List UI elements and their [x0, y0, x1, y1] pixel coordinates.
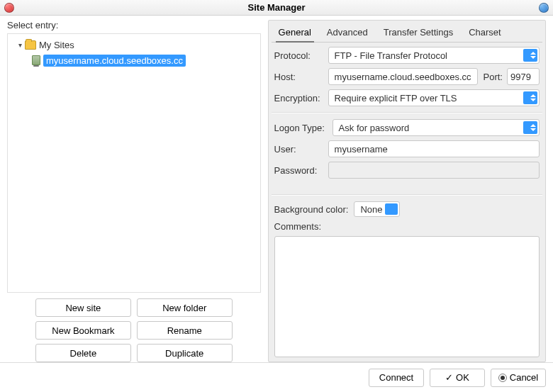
logon-type-label: Logon Type: — [274, 123, 333, 133]
tab-general[interactable]: General — [276, 25, 314, 43]
port-value: 9979 — [510, 72, 531, 82]
comments-label: Comments: — [274, 221, 321, 232]
close-window-button[interactable] — [4, 3, 14, 13]
new-folder-button[interactable]: New folder — [137, 298, 233, 317]
protocol-label: Protocol: — [274, 50, 328, 61]
encryption-select[interactable]: Require explicit FTP over TLS — [328, 89, 540, 106]
tree-root[interactable]: ▾ My Sites — [8, 37, 260, 52]
dropdown-arrow-icon — [523, 91, 537, 104]
new-site-button[interactable]: New site — [35, 298, 131, 317]
protocol-select[interactable]: FTP - File Transfer Protocol — [328, 47, 540, 64]
tab-transfer-settings[interactable]: Transfer Settings — [381, 25, 457, 42]
tree-site-item[interactable]: myusername.cloud.seedboxes.cc — [8, 52, 260, 68]
tree-site-label: myusername.cloud.seedboxes.cc — [43, 55, 186, 67]
cancel-icon — [498, 374, 507, 382]
window-title: Site Manager — [248, 2, 306, 13]
dialog-footer: Connect ✓ OK Cancel — [0, 362, 553, 392]
encryption-label: Encryption: — [274, 93, 328, 103]
divider — [272, 194, 542, 196]
password-label: Password: — [274, 165, 328, 176]
check-icon: ✓ — [445, 373, 453, 382]
tab-bar: General Advanced Transfer Settings Chars… — [272, 22, 542, 43]
tree-root-label: My Sites — [39, 40, 74, 50]
logon-type-value: Ask for password — [339, 123, 410, 133]
port-label: Port: — [484, 72, 503, 82]
host-value: myusername.cloud.seedboxes.cc — [335, 72, 471, 82]
tab-advanced[interactable]: Advanced — [324, 25, 371, 42]
delete-button[interactable]: Delete — [35, 344, 131, 362]
dropdown-arrow-icon — [523, 49, 537, 62]
encryption-value: Require explicit FTP over TLS — [335, 93, 457, 103]
port-input[interactable]: 9979 — [507, 68, 540, 85]
tab-charset[interactable]: Charset — [466, 25, 504, 42]
expand-toggle-icon[interactable]: ▾ — [15, 41, 25, 49]
bgcolor-select[interactable]: None — [354, 201, 400, 217]
connect-button[interactable]: Connect — [369, 369, 424, 387]
select-entry-label: Select entry: — [7, 20, 261, 30]
user-label: User: — [274, 144, 328, 155]
server-icon — [32, 55, 40, 65]
user-input[interactable]: myusername — [328, 140, 540, 157]
host-label: Host: — [274, 72, 328, 82]
cancel-button[interactable]: Cancel — [491, 369, 546, 387]
divider — [272, 112, 542, 113]
maximize-window-button[interactable] — [539, 3, 549, 13]
main-content: Select entry: ▾ My Sites myusername.clou… — [0, 16, 553, 362]
user-value: myusername — [335, 144, 388, 155]
titlebar: Site Manager — [0, 0, 553, 16]
comments-textarea[interactable] — [274, 236, 540, 357]
host-input[interactable]: myusername.cloud.seedboxes.cc — [328, 68, 478, 85]
ok-label: OK — [456, 372, 469, 383]
bgcolor-value: None — [360, 204, 382, 215]
rename-button[interactable]: Rename — [137, 321, 233, 340]
logon-type-select[interactable]: Ask for password — [333, 119, 540, 136]
duplicate-button[interactable]: Duplicate — [137, 344, 233, 362]
site-tree[interactable]: ▾ My Sites myusername.cloud.seedboxes.cc — [7, 33, 261, 293]
new-bookmark-button[interactable]: New Bookmark — [35, 321, 131, 340]
bgcolor-label: Background color: — [274, 204, 349, 215]
dropdown-arrow-icon — [523, 121, 537, 134]
cancel-label: Cancel — [510, 372, 538, 383]
general-form: Protocol: FTP - File Transfer Protocol H… — [272, 43, 542, 357]
settings-panel: General Advanced Transfer Settings Chars… — [268, 20, 546, 362]
site-tree-buttons: New site New folder New Bookmark Rename … — [7, 298, 261, 362]
folder-icon — [25, 40, 36, 50]
protocol-value: FTP - File Transfer Protocol — [335, 50, 447, 61]
site-tree-panel: Select entry: ▾ My Sites myusername.clou… — [7, 20, 261, 362]
ok-button[interactable]: ✓ OK — [430, 369, 485, 387]
password-input — [328, 162, 540, 179]
dropdown-arrow-icon — [385, 203, 398, 215]
